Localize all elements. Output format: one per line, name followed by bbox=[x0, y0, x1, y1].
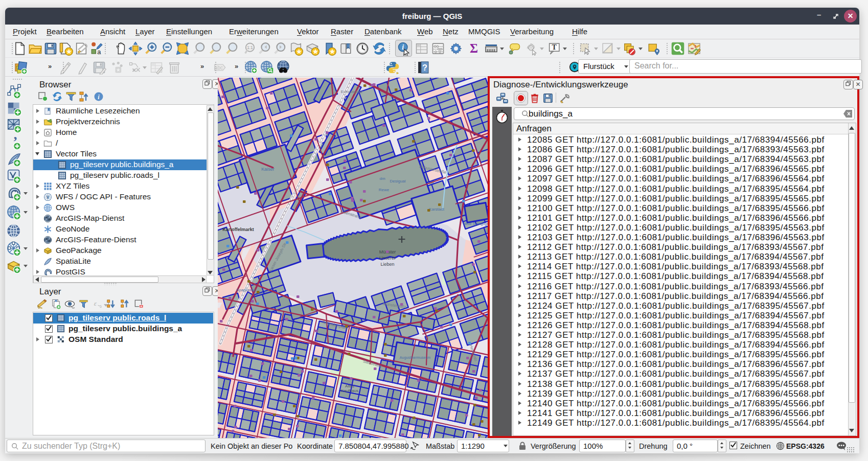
svg-text:Augustinermuseum: Augustinermuseum bbox=[400, 356, 430, 360]
svg-text:?: ? bbox=[422, 63, 427, 72]
svg-text:Unserer: Unserer bbox=[379, 256, 396, 261]
svg-text:V: V bbox=[47, 195, 50, 200]
svg-text:Kartoffelmarkt: Kartoffelmarkt bbox=[222, 227, 254, 232]
svg-text:Europaplatz: Europaplatz bbox=[341, 89, 363, 94]
svg-text:dm: dm bbox=[379, 176, 385, 181]
svg-text:Sparkasse: Sparkasse bbox=[236, 288, 256, 292]
svg-text:abc: abc bbox=[214, 64, 223, 71]
svg-text:Lieben: Lieben bbox=[380, 262, 394, 267]
svg-text:Neue Synagoge: Neue Synagoge bbox=[463, 222, 488, 226]
svg-text:Desigual: Desigual bbox=[390, 179, 405, 183]
svg-text:1:1: 1:1 bbox=[247, 45, 253, 50]
svg-text:ε: ε bbox=[94, 299, 97, 307]
svg-text:Kaufhaus: Kaufhaus bbox=[341, 388, 358, 393]
svg-text:Karstadt: Karstadt bbox=[429, 207, 445, 212]
svg-text:Σ: Σ bbox=[470, 41, 478, 55]
svg-text:Kaiser: Kaiser bbox=[261, 167, 275, 172]
svg-text:T: T bbox=[552, 43, 557, 51]
svg-text:Rewe: Rewe bbox=[379, 188, 390, 192]
svg-text:a: a bbox=[97, 48, 101, 56]
svg-text:Altes: Altes bbox=[345, 384, 354, 388]
svg-text:i: i bbox=[402, 43, 404, 51]
